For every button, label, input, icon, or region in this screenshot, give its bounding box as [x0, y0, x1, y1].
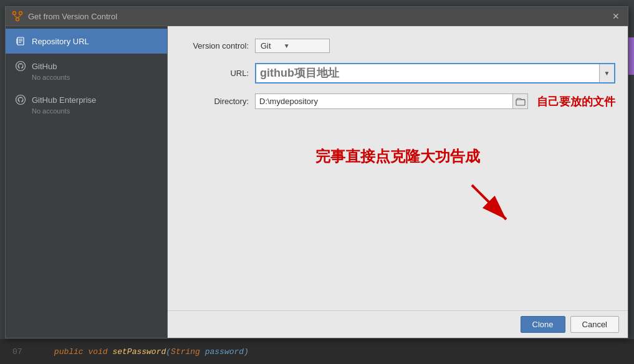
url-section: URL: ▼: [180, 63, 615, 84]
annotation-directory: 自己要放的文件: [537, 94, 615, 109]
version-control-wrapper: Git ▼: [255, 39, 615, 53]
sidebar-item-github-enterprise-header: GitHub Enterprise: [14, 93, 158, 106]
select-dropdown-arrow: ▼: [284, 42, 290, 49]
sidebar-item-github-enterprise[interactable]: GitHub Enterprise No accounts: [6, 87, 167, 121]
right-bar: [628, 37, 634, 75]
svg-rect-5: [516, 100, 525, 105]
version-control-row: Version control: Git ▼: [180, 39, 615, 53]
clone-arrow-icon: [466, 179, 516, 229]
sidebar-item-repository-url-header: Repository URL: [14, 35, 158, 47]
directory-label: Directory:: [180, 97, 249, 106]
directory-browse-button[interactable]: [512, 94, 527, 108]
line-number: 07: [12, 347, 22, 357]
url-field-container: ▼: [255, 63, 615, 84]
overlay: 07 public void setPassword(String passwo…: [0, 0, 634, 364]
repository-url-icon: [14, 35, 27, 47]
sidebar-item-github-enterprise-sublabel: No accounts: [32, 107, 158, 115]
sidebar-item-github-enterprise-label: GitHub Enterprise: [32, 95, 96, 105]
dialog-title: Get from Version Control: [28, 12, 117, 21]
svg-point-3: [16, 62, 26, 71]
sidebar-item-github-label: GitHub: [32, 62, 57, 71]
center-annotation-text: 完事直接点克隆大功告成: [315, 148, 480, 165]
directory-input[interactable]: [256, 94, 512, 108]
url-dropdown-button[interactable]: ▼: [599, 64, 614, 82]
version-control-value: Git: [261, 41, 271, 50]
dialog-window: Get from Version Control ✕: [5, 6, 628, 338]
url-input-wrapper: ▼: [255, 63, 615, 84]
version-control-select[interactable]: Git ▼: [255, 39, 330, 53]
center-annotation-section: 完事直接点克隆大功告成: [180, 146, 615, 166]
sidebar-item-github-header: GitHub: [14, 60, 158, 72]
sidebar-item-github-sublabel: No accounts: [32, 74, 158, 81]
background-code: 07 public void setPassword(String passwo…: [0, 339, 634, 364]
svg-point-1: [19, 12, 22, 15]
sidebar-item-repository-url[interactable]: Repository URL: [6, 29, 167, 54]
directory-field-container: [255, 93, 528, 109]
version-control-label: Version control:: [180, 41, 249, 50]
title-bar: Get from Version Control ✕: [6, 7, 628, 26]
arrow-section: [180, 179, 615, 229]
sidebar-item-github[interactable]: GitHub No accounts: [6, 54, 167, 87]
title-bar-left: Get from Version Control: [12, 11, 117, 22]
url-label: URL:: [180, 69, 249, 78]
code-text: public void setPassword(String password): [35, 347, 249, 357]
clone-button[interactable]: Clone: [521, 316, 565, 333]
sidebar-item-repository-url-label: Repository URL: [32, 37, 89, 46]
url-row: URL: ▼: [180, 63, 615, 84]
url-input[interactable]: [256, 64, 599, 82]
sidebar: Repository URL GitHub No ac: [6, 26, 168, 338]
directory-section: Directory:: [180, 93, 615, 109]
directory-row: Directory:: [180, 93, 615, 109]
cancel-button[interactable]: Cancel: [570, 316, 619, 333]
github-enterprise-icon: [14, 93, 27, 106]
github-icon: [14, 60, 27, 72]
dialog-footer: Clone Cancel: [168, 310, 628, 338]
main-panel: Version control: Git ▼ URL:: [168, 26, 628, 338]
close-button[interactable]: ✕: [610, 11, 622, 22]
svg-point-2: [16, 18, 19, 21]
svg-point-0: [13, 12, 16, 15]
directory-input-wrapper: 自己要放的文件: [255, 93, 615, 109]
dialog-body: Repository URL GitHub No ac: [6, 26, 628, 338]
dialog-icon: [12, 11, 23, 22]
form-area: Version control: Git ▼ URL:: [168, 26, 628, 310]
svg-point-4: [16, 95, 26, 105]
